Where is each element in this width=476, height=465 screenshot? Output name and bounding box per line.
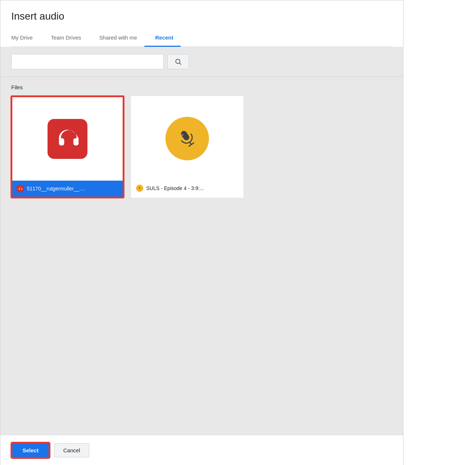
svg-line-1: [180, 63, 181, 65]
tab-shared-with-me[interactable]: Shared with me: [89, 30, 144, 47]
file-name-1: 51170__rutgermuller__....: [27, 186, 85, 192]
file-card-1[interactable]: 51170__rutgermuller__....: [11, 96, 124, 198]
insert-audio-dialog: Insert audio My Drive Team Drives Shared…: [0, 0, 403, 465]
tab-my-drive[interactable]: My Drive: [11, 30, 40, 47]
file-thumbnail-2: [132, 97, 243, 180]
svg-line-4: [189, 143, 194, 146]
svg-point-0: [176, 59, 180, 63]
dialog-title: Insert audio: [11, 11, 393, 22]
file-name-bar-2: SULS - Episode 4 - 3:9:...: [132, 180, 243, 196]
small-headphones-svg: [18, 186, 22, 191]
file-thumbnail-1: [12, 97, 123, 181]
search-input[interactable]: [11, 54, 164, 69]
microphone-icon: [175, 126, 200, 151]
dialog-footer: Select Cancel: [0, 435, 403, 465]
small-mic-icon-2: [136, 185, 143, 192]
files-grid: 51170__rutgermuller__....: [11, 96, 393, 198]
cancel-button[interactable]: Cancel: [54, 443, 89, 457]
file-name-2: SULS - Episode 4 - 3:9:...: [146, 185, 204, 191]
small-mic-svg: [138, 186, 142, 190]
tab-team-drives[interactable]: Team Drives: [40, 30, 88, 47]
dialog-header: Insert audio My Drive Team Drives Shared…: [0, 0, 403, 47]
search-icon: [175, 58, 182, 65]
search-bar: [0, 47, 403, 77]
content-area: Files 51170__rut: [0, 77, 403, 435]
search-button[interactable]: [167, 54, 189, 69]
tab-recent[interactable]: Recent: [144, 30, 181, 47]
svg-rect-6: [139, 187, 140, 189]
headphones-icon-bg: [48, 119, 87, 159]
svg-rect-2: [180, 130, 190, 141]
small-headphones-icon-1: [17, 185, 24, 192]
mic-circle: [165, 117, 209, 160]
headphones-icon: [54, 126, 81, 152]
file-card-2[interactable]: SULS - Episode 4 - 3:9:...: [131, 96, 243, 198]
file-name-bar-1: 51170__rutgermuller__....: [12, 181, 123, 197]
tab-bar: My Drive Team Drives Shared with me Rece…: [11, 30, 393, 47]
select-button[interactable]: Select: [11, 443, 50, 458]
files-label: Files: [11, 84, 393, 90]
